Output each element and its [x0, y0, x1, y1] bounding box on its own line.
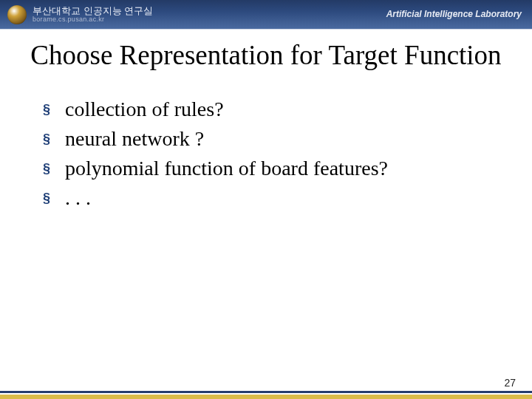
footer-stripe-blue — [0, 391, 532, 393]
list-item: § collection of rules? — [43, 97, 532, 122]
footer-stripe-gold — [0, 395, 532, 399]
bullet-icon: § — [43, 156, 65, 181]
bullet-text: . . . — [65, 185, 91, 211]
university-name-block: 부산대학교 인공지능 연구실 borame.cs.pusan.ac.kr — [33, 6, 153, 24]
header-left: 부산대학교 인공지능 연구실 borame.cs.pusan.ac.kr — [0, 5, 153, 24]
slide-title: Choose Representation for Target Functio… — [0, 40, 532, 70]
university-logo-icon — [7, 5, 27, 24]
list-item: § neural network ? — [43, 126, 532, 151]
bullet-text: polynomial function of board features? — [65, 156, 388, 181]
header-bar: 부산대학교 인공지능 연구실 borame.cs.pusan.ac.kr Art… — [0, 0, 532, 30]
list-item: § polynomial function of board features? — [43, 156, 532, 181]
university-url: borame.cs.pusan.ac.kr — [33, 16, 153, 23]
page-number: 27 — [504, 377, 516, 389]
bullet-icon: § — [43, 97, 65, 122]
bullet-icon: § — [43, 185, 65, 211]
slide: 부산대학교 인공지능 연구실 borame.cs.pusan.ac.kr Art… — [0, 0, 532, 399]
university-name: 부산대학교 인공지능 연구실 — [33, 6, 153, 16]
bullet-icon: § — [43, 126, 65, 151]
footer-bar — [0, 391, 532, 399]
bullet-text: collection of rules? — [65, 97, 224, 122]
list-item: § . . . — [43, 185, 532, 211]
lab-name: Artificial Intelligence Laboratory — [386, 9, 522, 19]
bullet-text: neural network ? — [65, 126, 204, 151]
bullet-list: § collection of rules? § neural network … — [0, 97, 532, 211]
